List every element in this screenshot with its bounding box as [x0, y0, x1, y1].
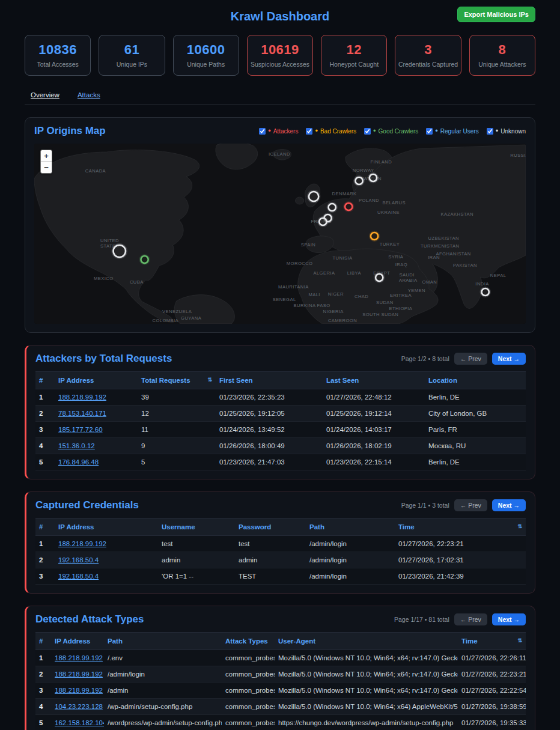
legend-checkbox-regular-users[interactable]	[426, 128, 433, 135]
cell: 'OR 1=1 --	[158, 568, 235, 585]
ip-address-link[interactable]: 104.23.223.128	[55, 703, 103, 710]
stat-card-suspicious-accesses: 10619Suspicious Accesses	[247, 35, 313, 76]
legend-checkbox-bad-crawlers[interactable]	[306, 128, 312, 135]
legend-item-good-crawlers: •Good Crawlers	[364, 128, 418, 135]
ip-address-link[interactable]: 188.218.99.192	[55, 687, 103, 694]
world-map-svg: ICELANDCANADARUSSIAFINLANDNORWAYSWEDENDE…	[34, 144, 526, 324]
table-row: 4151.36.0.12901/26/2026, 18:00:4901/26/2…	[35, 438, 526, 454]
cell: admin	[158, 552, 235, 568]
stat-card-total-accesses: 10836Total Accesses	[25, 35, 91, 76]
cell: admin	[235, 552, 306, 568]
legend-checkbox-unknown[interactable]	[487, 128, 493, 135]
ip-address-link[interactable]: 188.218.99.192	[58, 540, 106, 547]
column-header-last-seen[interactable]: Last Seen	[323, 372, 425, 389]
column-header-time[interactable]: Time⇅	[458, 633, 526, 650]
ip-address-link[interactable]: 188.218.99.192	[58, 394, 106, 401]
table-row: 4104.23.223.128/wp-admin/setup-config.ph…	[35, 699, 526, 715]
legend-checkbox-attackers[interactable]	[259, 128, 266, 135]
table-row: 5162.158.182.104/wordpress/wp-admin/setu…	[35, 715, 526, 730]
next-page-button[interactable]: Next →	[492, 499, 526, 511]
cell: Mozilla/5.0 (Windows NT 10.0; Win64; x64…	[275, 699, 458, 715]
prev-page-button[interactable]: ← Prev	[454, 353, 487, 365]
legend-checkbox-good-crawlers[interactable]	[364, 128, 371, 135]
column-header-username[interactable]: Username	[158, 519, 235, 536]
column-label: #	[39, 523, 43, 531]
legend-item-regular-users: •Regular Users	[426, 128, 478, 135]
map-marker-unknown[interactable]	[307, 190, 320, 203]
prev-page-button[interactable]: ← Prev	[454, 499, 487, 511]
sort-icon[interactable]: ⇅	[517, 523, 522, 529]
ip-address-link[interactable]: 185.177.72.60	[58, 426, 103, 433]
cell: TEST	[235, 568, 306, 585]
table-row: 278.153.140.1711201/25/2026, 19:12:0501/…	[35, 406, 526, 422]
ip-address-link[interactable]: 176.84.96.48	[58, 458, 99, 466]
zoom-out-button[interactable]: −	[41, 162, 52, 173]
sort-icon[interactable]: ⇅	[517, 637, 522, 643]
column-header-time[interactable]: Time⇅	[395, 519, 526, 536]
map-country-label: MEXICO	[94, 276, 114, 281]
tab-overview[interactable]: Overview	[31, 91, 59, 99]
column-header-total-requests[interactable]: Total Requests⇅	[138, 372, 216, 389]
tab-attacks[interactable]: Attacks	[78, 91, 100, 99]
cell: Berlin, DE	[425, 454, 526, 470]
column-header-[interactable]: #	[35, 519, 55, 536]
row-number: 3	[35, 422, 55, 438]
world-map[interactable]: + − ICELANDCANADARUSSIAFINLANDNOR	[34, 144, 526, 324]
page-info: Page 1/2 • 8 total	[401, 355, 449, 362]
ip-cell: 192.168.50.4	[55, 552, 158, 568]
column-header-[interactable]: #	[35, 372, 55, 389]
prev-page-button[interactable]: ← Prev	[454, 613, 487, 625]
column-header-ip-address[interactable]: IP Address	[55, 519, 158, 536]
map-marker-unknown[interactable]	[480, 287, 491, 297]
export-malicious-ips-button[interactable]: Export Malicious IPs	[457, 7, 535, 22]
column-header-ip-address[interactable]: IP Address	[55, 372, 138, 389]
legend-label: Bad Crawlers	[320, 128, 356, 135]
map-marker-good[interactable]	[139, 254, 150, 265]
ip-address-link[interactable]: 188.218.99.192	[55, 671, 103, 678]
column-header-attack-types[interactable]: Attack Types	[222, 633, 275, 650]
zoom-in-button[interactable]: +	[41, 150, 52, 162]
column-header-[interactable]: #	[35, 633, 51, 650]
next-page-button[interactable]: Next →	[492, 353, 526, 365]
map-marker-unknown[interactable]	[327, 202, 338, 213]
attack-types-table: #IP AddressPathAttack TypesUser-AgentTim…	[35, 632, 526, 730]
ip-address-link[interactable]: 162.158.182.104	[55, 719, 104, 726]
column-header-location[interactable]: Location	[425, 372, 526, 389]
map-country-label: INDIA	[475, 281, 489, 287]
column-header-first-seen[interactable]: First Seen	[216, 372, 323, 389]
map-country-label: ALGERIA	[313, 270, 335, 276]
map-marker-unknown[interactable]	[353, 175, 364, 186]
column-header-ip-address[interactable]: IP Address	[51, 633, 104, 650]
ip-address-link[interactable]: 192.168.50.4	[58, 556, 99, 564]
map-country-label: SENEGAL	[273, 297, 296, 302]
column-header-path[interactable]: Path	[306, 519, 395, 536]
map-marker-unknown[interactable]	[368, 172, 379, 183]
map-marker-unknown[interactable]	[112, 243, 128, 259]
map-marker-attacker[interactable]	[343, 201, 354, 212]
ip-address-link[interactable]: 78.153.140.171	[58, 410, 106, 417]
marker-ring	[370, 174, 377, 181]
sort-icon[interactable]: ⇅	[207, 377, 212, 383]
ip-cell: 188.218.99.192	[51, 666, 104, 683]
map-marker-bad[interactable]	[369, 231, 380, 242]
map-marker-unknown[interactable]	[374, 272, 385, 283]
column-header-path[interactable]: Path	[104, 633, 222, 650]
cell: 01/27/2026, 22:48:12	[323, 389, 425, 406]
column-header-user-agent[interactable]: User-Agent	[275, 633, 458, 650]
map-marker-unknown[interactable]	[317, 216, 328, 227]
cell: Berlin, DE	[425, 389, 526, 406]
ip-address-link[interactable]: 192.168.50.4	[58, 573, 99, 580]
column-header-password[interactable]: Password	[235, 519, 306, 536]
legend-item-bad-crawlers: •Bad Crawlers	[306, 128, 356, 135]
ip-address-link[interactable]: 151.36.0.12	[58, 442, 95, 449]
ip-address-link[interactable]: 188.218.99.192	[55, 654, 103, 662]
marker-ring	[114, 245, 126, 257]
cell: Paris, FR	[425, 422, 526, 438]
next-page-button[interactable]: Next →	[492, 613, 526, 625]
map-country-label: LIBYA	[347, 270, 362, 276]
map-country-label: POLAND	[359, 198, 379, 203]
cell: 01/25/2026, 19:12:05	[216, 406, 323, 422]
column-label: Time	[461, 637, 478, 645]
cell: test	[158, 536, 235, 552]
table-row: 1188.218.99.1923901/23/2026, 22:35:2301/…	[35, 389, 526, 406]
